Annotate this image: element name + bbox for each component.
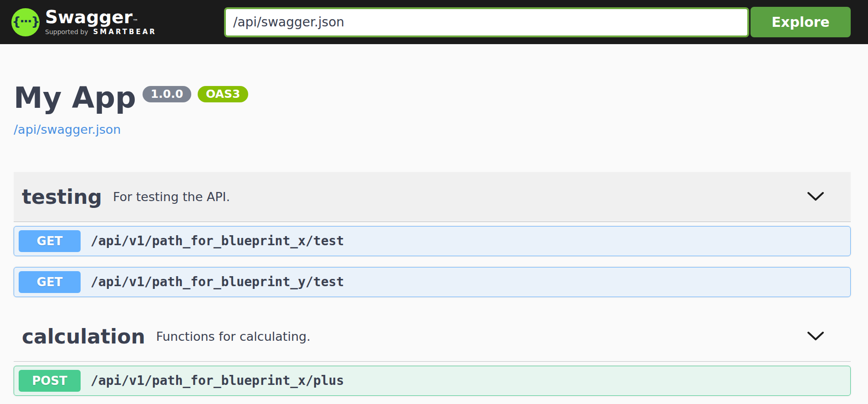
tag-description: For testing the API. <box>113 190 230 204</box>
method-badge-get: GET <box>19 230 81 252</box>
method-badge-get: GET <box>19 271 81 293</box>
opblocks-calculation: POST /api/v1/path_for_blueprint_x/plus <box>14 366 851 396</box>
collapse-calculation-button[interactable] <box>803 328 828 345</box>
smartbear-wordmark: SMARTBEAR <box>93 28 157 36</box>
operation-row[interactable]: GET /api/v1/path_for_blueprint_y/test <box>14 267 851 297</box>
tag-header-testing[interactable]: testing For testing the API. <box>14 172 851 222</box>
chevron-down-icon <box>807 192 824 202</box>
swagger-logo-link[interactable]: {···} Swagger™ Supported by SMARTBEAR <box>11 8 157 36</box>
brand-name: Swagger™ <box>45 8 157 27</box>
supported-by: Supported by SMARTBEAR <box>45 27 157 36</box>
method-badge-post: POST <box>19 370 81 392</box>
operation-path: /api/v1/path_for_blueprint_x/plus <box>91 373 344 388</box>
brand-text: Swagger™ Supported by SMARTBEAR <box>45 8 157 36</box>
oas3-badge: OAS3 <box>198 86 248 102</box>
swagger-logo-icon: {···} <box>11 8 40 36</box>
tag-header-calculation[interactable]: calculation Functions for calculating. <box>14 312 851 362</box>
version-badge: 1.0.0 <box>143 86 191 102</box>
explore-button[interactable]: Explore <box>751 7 851 37</box>
trademark-mark: ™ <box>133 18 138 25</box>
chevron-down-icon <box>807 331 824 341</box>
api-docs: My App 1.0.0 OAS3 /api/swagger.json test… <box>0 44 868 396</box>
tag-title: calculation <box>22 325 145 348</box>
operations-list: testing For testing the API. GET /api/v1… <box>14 172 851 396</box>
opblocks-testing: GET /api/v1/path_for_blueprint_x/test GE… <box>14 226 851 297</box>
tag-title: testing <box>22 185 102 208</box>
tag-description: Functions for calculating. <box>156 329 311 343</box>
page-title: My App <box>14 81 136 116</box>
spec-url-link[interactable]: /api/swagger.json <box>14 122 121 137</box>
operation-path: /api/v1/path_for_blueprint_y/test <box>91 274 344 289</box>
topbar: {···} Swagger™ Supported by SMARTBEAR Ex… <box>0 0 868 44</box>
operation-row[interactable]: POST /api/v1/path_for_blueprint_x/plus <box>14 366 851 396</box>
info-header: My App 1.0.0 OAS3 <box>14 81 851 116</box>
download-url-form: Explore <box>224 7 851 37</box>
spec-url-input[interactable] <box>224 7 749 37</box>
supported-by-prefix: Supported by <box>45 28 88 35</box>
operation-row[interactable]: GET /api/v1/path_for_blueprint_x/test <box>14 226 851 256</box>
operation-path: /api/v1/path_for_blueprint_x/test <box>91 233 344 248</box>
braces-icon: {···} <box>12 14 39 30</box>
collapse-testing-button[interactable] <box>803 188 828 205</box>
